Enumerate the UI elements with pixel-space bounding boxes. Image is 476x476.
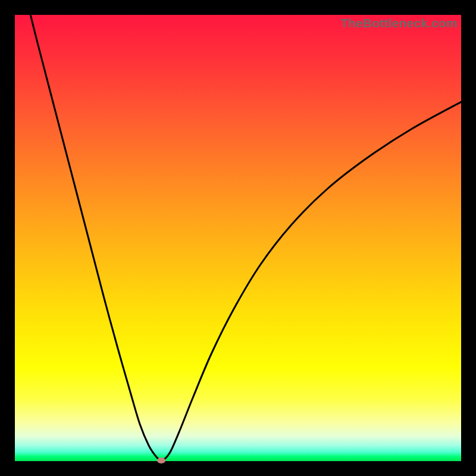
attribution-text: TheBottleneck.com <box>340 16 458 30</box>
bottleneck-curve <box>15 15 461 461</box>
optimal-point-marker <box>157 458 165 464</box>
chart-plot-area: TheBottleneck.com <box>15 15 461 461</box>
chart-frame: TheBottleneck.com <box>0 0 476 476</box>
